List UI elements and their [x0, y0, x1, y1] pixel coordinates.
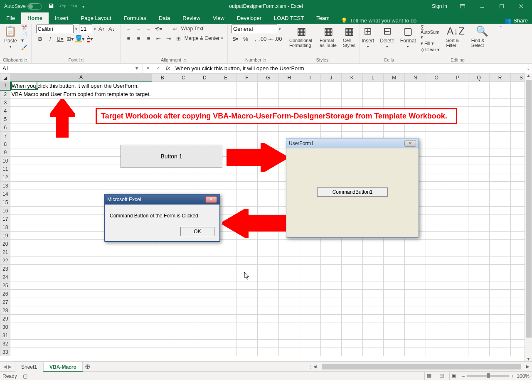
cell[interactable]	[490, 232, 511, 240]
cell[interactable]	[173, 256, 194, 265]
cell[interactable]	[447, 99, 468, 107]
cell[interactable]	[152, 290, 173, 298]
cell[interactable]	[300, 82, 320, 90]
cell[interactable]	[490, 265, 511, 273]
cell[interactable]	[490, 215, 511, 223]
cell[interactable]	[362, 315, 383, 323]
cell[interactable]	[447, 348, 468, 356]
cell[interactable]	[384, 123, 405, 132]
cell[interactable]	[490, 132, 511, 140]
percent-format-icon[interactable]: %	[241, 35, 250, 43]
cell[interactable]	[300, 306, 320, 315]
cell[interactable]	[447, 198, 468, 207]
row-header[interactable]: 19	[0, 232, 10, 240]
cell[interactable]	[278, 273, 300, 281]
chevron-down-icon[interactable]: ▾	[94, 27, 96, 31]
cell[interactable]	[215, 281, 236, 290]
cell[interactable]	[257, 273, 278, 281]
new-sheet-button[interactable]: ⊕	[83, 362, 93, 370]
cell[interactable]	[257, 173, 278, 182]
cell[interactable]	[257, 323, 278, 331]
cell[interactable]	[468, 115, 490, 123]
chevron-down-icon[interactable]: ▾	[279, 27, 281, 31]
redo-icon[interactable]: ↷▾	[71, 3, 77, 9]
format-painter-icon[interactable]: 🖌️	[21, 44, 29, 50]
clear-button[interactable]: ◇ Clear ▾	[421, 47, 442, 52]
dialog-launcher-icon[interactable]: ▾	[183, 58, 187, 62]
wrap-text-button[interactable]: Wrap Text	[181, 26, 204, 32]
cell[interactable]	[426, 348, 447, 356]
cell[interactable]	[320, 306, 341, 315]
cell[interactable]	[426, 140, 447, 148]
column-header[interactable]: J	[320, 74, 341, 82]
tab-file[interactable]: File	[0, 12, 21, 24]
command-button[interactable]: CommandButton1	[317, 187, 388, 197]
cell[interactable]	[490, 315, 511, 323]
cell[interactable]	[257, 123, 278, 132]
cell[interactable]	[257, 90, 278, 99]
cell[interactable]	[215, 132, 236, 140]
cell[interactable]	[215, 348, 236, 356]
page-layout-view-icon[interactable]: ▤	[437, 372, 446, 380]
cell[interactable]	[490, 331, 511, 340]
cell[interactable]	[468, 265, 490, 273]
copy-icon[interactable]: 📄▾	[21, 32, 29, 43]
cell[interactable]	[10, 173, 152, 182]
cell[interactable]	[194, 82, 215, 90]
ribbon-display-options-icon[interactable]	[453, 0, 472, 12]
cell[interactable]	[426, 248, 447, 256]
cell[interactable]	[236, 315, 258, 323]
cell[interactable]	[341, 248, 362, 256]
cell[interactable]	[300, 240, 320, 248]
cell[interactable]	[257, 348, 278, 356]
cell[interactable]	[194, 265, 215, 273]
cell[interactable]	[278, 315, 300, 323]
cell[interactable]	[278, 306, 300, 315]
cell[interactable]	[447, 323, 468, 331]
cell[interactable]	[278, 123, 300, 132]
cell[interactable]	[300, 323, 320, 331]
cell[interactable]	[490, 273, 511, 281]
column-header[interactable]: E	[215, 74, 236, 82]
cell[interactable]	[10, 273, 152, 281]
cell[interactable]	[405, 265, 426, 273]
cell[interactable]	[194, 90, 215, 99]
cell[interactable]	[447, 265, 468, 273]
cell[interactable]	[384, 331, 405, 340]
sheet-nav-next-icon[interactable]: ▶	[8, 364, 12, 370]
cell[interactable]	[215, 340, 236, 348]
cell[interactable]	[468, 232, 490, 240]
cell[interactable]	[278, 331, 300, 340]
cell[interactable]	[257, 298, 278, 306]
decrease-font-icon[interactable]: A↓	[108, 25, 116, 33]
cell[interactable]	[278, 281, 300, 290]
cell[interactable]	[426, 281, 447, 290]
cell[interactable]	[468, 331, 490, 340]
cell[interactable]	[300, 340, 320, 348]
column-header[interactable]: M	[384, 74, 405, 82]
cell[interactable]	[341, 340, 362, 348]
row-header[interactable]: 2	[0, 90, 10, 99]
cell[interactable]	[300, 348, 320, 356]
column-header[interactable]: O	[426, 74, 447, 82]
merge-center-button[interactable]: Merge & Center	[185, 35, 220, 41]
row-header[interactable]: 26	[0, 290, 10, 298]
row-header[interactable]: 24	[0, 273, 10, 281]
insert-cells-button[interactable]: ⊞Insert▾	[360, 25, 376, 49]
cell[interactable]	[278, 340, 300, 348]
cell[interactable]	[320, 348, 341, 356]
cell[interactable]	[10, 248, 152, 256]
cell[interactable]	[384, 323, 405, 331]
row-header[interactable]: 29	[0, 315, 10, 323]
cell[interactable]	[300, 290, 320, 298]
cell[interactable]	[468, 348, 490, 356]
cell[interactable]	[447, 273, 468, 281]
cell[interactable]	[447, 190, 468, 198]
cell[interactable]	[468, 182, 490, 190]
align-top-icon[interactable]: ≡	[125, 25, 133, 33]
cell[interactable]	[236, 99, 258, 107]
cell[interactable]	[490, 198, 511, 207]
cell[interactable]	[152, 315, 173, 323]
row-header[interactable]: 14	[0, 190, 10, 198]
cell[interactable]	[152, 132, 173, 140]
